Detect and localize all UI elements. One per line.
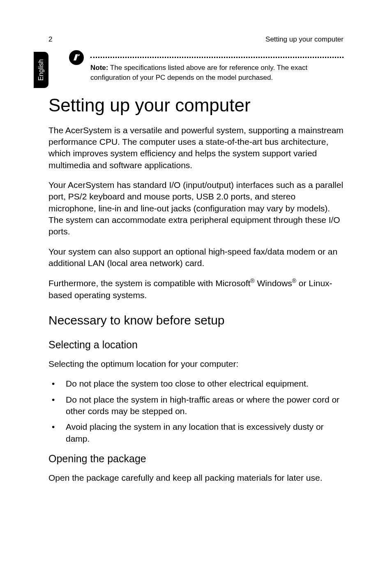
note-text-wrap: Note: The specifications listed above ar…: [90, 49, 344, 83]
package-para: Open the package carefully and keep all …: [48, 472, 344, 484]
note-text: Note: The specifications listed above ar…: [90, 63, 344, 83]
dotted-divider: [90, 57, 344, 58]
page-title: Setting up your computer: [48, 95, 344, 116]
list-item: Avoid placing the system in any location…: [48, 421, 344, 445]
paragraph-3: Your system can also support an optional…: [48, 246, 344, 269]
paragraph-2: Your AcerSystem has standard I/O (input/…: [48, 179, 344, 238]
para4-prefix: Furthermore, the system is compatible wi…: [48, 278, 250, 288]
list-item: Do not place the system in high-traffic …: [48, 394, 344, 417]
note-block: Note: The specifications listed above ar…: [68, 49, 344, 83]
para4-mid: Windows: [255, 278, 292, 288]
paragraph-4: Furthermore, the system is compatible wi…: [48, 277, 344, 301]
location-bullets: Do not place the system too close to oth…: [48, 378, 344, 445]
subheading-location: Selecting a location: [48, 339, 344, 351]
page-content: Note: The specifications listed above ar…: [48, 49, 344, 492]
note-label: Note:: [90, 64, 108, 72]
section-heading: Necessary to know before setup: [48, 313, 344, 327]
page-number: 2: [48, 35, 52, 44]
language-tab-label: English: [37, 59, 45, 81]
note-body: The specifications listed above are for …: [90, 64, 307, 81]
list-item: Do not place the system too close to oth…: [48, 378, 344, 389]
paragraph-1: The AcerSystem is a versatile and powerf…: [48, 125, 344, 171]
location-intro: Selecting the optimum location for your …: [48, 358, 344, 370]
language-tab: English: [34, 52, 48, 88]
registered-symbol-2: ®: [292, 278, 296, 284]
registered-symbol-1: ®: [250, 278, 254, 284]
running-header: Setting up your computer: [265, 35, 344, 44]
subheading-package: Opening the package: [48, 453, 344, 465]
note-icon: [68, 49, 85, 66]
